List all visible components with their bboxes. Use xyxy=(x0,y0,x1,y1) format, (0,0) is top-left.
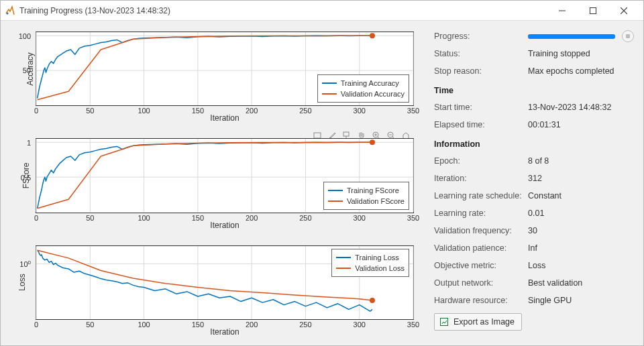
svg-rect-13 xyxy=(314,133,321,138)
xtick-label: 300 xyxy=(354,321,366,329)
export-label: Export as Image xyxy=(453,317,515,327)
xtick-label: 100 xyxy=(138,107,150,115)
xtick-label: 300 xyxy=(354,214,366,222)
xtick-label: 250 xyxy=(299,214,311,222)
xtick-label: 300 xyxy=(354,107,366,115)
hw-label: Hardware resource: xyxy=(434,296,528,305)
svg-rect-14 xyxy=(343,132,349,136)
lrs-value: Constant xyxy=(528,191,634,200)
legend-item[interactable]: Validation FScore xyxy=(328,196,405,207)
stopreason-row: Stop reason: Max epochs completed xyxy=(434,62,634,80)
progress-fill xyxy=(528,34,615,39)
status-row: Status: Training stopped xyxy=(434,45,634,62)
legend-item[interactable]: Training Loss xyxy=(336,252,405,263)
charts-column: Accuracy Iteration Training AccuracyVali… xyxy=(1,21,430,345)
starttime-row: Start time: 13-Nov-2023 14:48:32 xyxy=(434,99,634,116)
xtick-label: 150 xyxy=(192,321,204,329)
xtick-label: 0 xyxy=(34,321,38,329)
svg-point-12 xyxy=(370,33,375,38)
xtick-label: 150 xyxy=(192,214,204,222)
om-value: Loss xyxy=(528,261,634,270)
xtick-label: 200 xyxy=(246,321,258,329)
xtick-label: 150 xyxy=(192,107,204,115)
svg-point-27 xyxy=(370,140,375,146)
fscore-chart-panel: FScore Iteration Training FScoreValidati… xyxy=(2,130,426,234)
loss-axes[interactable]: Loss Iteration Training LossValidation L… xyxy=(36,245,414,320)
epoch-value: 8 of 8 xyxy=(528,156,634,166)
export-icon xyxy=(439,316,449,327)
legend-swatch xyxy=(336,268,351,269)
close-button[interactable] xyxy=(608,1,639,21)
stop-button[interactable] xyxy=(622,30,634,42)
legend-item[interactable]: Validation Loss xyxy=(336,263,405,274)
elapsed-row: Elapsed time: 00:01:31 xyxy=(434,116,634,133)
legend-swatch xyxy=(328,200,343,202)
status-label: Status: xyxy=(434,49,528,58)
vf-label: Validation frequency: xyxy=(434,226,528,235)
on-label: Output network: xyxy=(434,278,528,288)
xtick-label: 200 xyxy=(246,107,258,115)
iteration-value: 312 xyxy=(528,174,634,183)
xtick-label: 350 xyxy=(407,107,419,115)
vp-label: Validation patience: xyxy=(434,243,528,253)
loss-chart-panel: Loss Iteration Training LossValidation L… xyxy=(2,237,426,341)
elapsed-value: 00:01:31 xyxy=(528,120,634,129)
legend-label: Training Accuracy xyxy=(341,78,399,89)
lrs-label: Learning rate schedule: xyxy=(434,191,528,200)
titlebar[interactable]: Training Progress (13-Nov-2023 14:48:32) xyxy=(1,1,643,21)
xtick-label: 0 xyxy=(34,107,38,115)
stopreason-value: Max epochs completed xyxy=(528,66,634,76)
export-image-button[interactable]: Export as Image xyxy=(434,313,522,331)
legend-swatch xyxy=(322,93,337,95)
ytick-label: 1 xyxy=(27,139,31,147)
loss-xlabel: Iteration xyxy=(210,327,239,337)
xtick-label: 350 xyxy=(407,214,419,222)
xtick-label: 50 xyxy=(86,107,94,115)
xtick-label: 350 xyxy=(407,321,419,329)
legend-item[interactable]: Training FScore xyxy=(328,185,405,196)
loss-legend[interactable]: Training LossValidation Loss xyxy=(331,249,409,277)
loss-ylabel: Loss xyxy=(17,274,27,291)
legend-swatch xyxy=(328,190,343,191)
xtick-label: 250 xyxy=(299,107,311,115)
fscore-legend[interactable]: Training FScoreValidation FScore xyxy=(323,182,409,210)
minimize-button[interactable] xyxy=(547,1,578,21)
fscore-xlabel: Iteration xyxy=(210,221,239,230)
vp-value: Inf xyxy=(528,243,634,253)
accuracy-legend[interactable]: Training AccuracyValidation Accuracy xyxy=(317,74,409,103)
lr-value: 0.01 xyxy=(528,209,634,218)
info-panel: Progress: Status: Training stopped Stop … xyxy=(430,21,643,345)
starttime-value: 13-Nov-2023 14:48:32 xyxy=(528,103,634,112)
progress-row: Progress: xyxy=(434,27,634,45)
svg-point-0 xyxy=(7,12,9,14)
accuracy-xlabel: Iteration xyxy=(210,113,239,123)
stopreason-label: Stop reason: xyxy=(434,66,528,76)
legend-label: Validation Accuracy xyxy=(341,89,405,99)
legend-label: Validation Loss xyxy=(355,263,405,274)
iteration-label: Iteration: xyxy=(434,174,528,183)
lr-label: Learning rate: xyxy=(434,209,528,218)
matlab-icon xyxy=(5,5,15,16)
xtick-label: 0 xyxy=(34,214,38,222)
starttime-label: Start time: xyxy=(434,103,528,112)
maximize-button[interactable] xyxy=(578,1,608,21)
svg-rect-38 xyxy=(441,319,448,326)
app-window: Training Progress (13-Nov-2023 14:48:32)… xyxy=(0,0,644,346)
xtick-label: 200 xyxy=(246,214,258,222)
status-value: Training stopped xyxy=(528,49,634,58)
legend-item[interactable]: Training Accuracy xyxy=(322,78,405,89)
legend-item[interactable]: Validation Accuracy xyxy=(322,89,405,99)
progress-bar xyxy=(528,34,615,39)
accuracy-chart-panel: Accuracy Iteration Training AccuracyVali… xyxy=(2,23,426,127)
xtick-label: 50 xyxy=(86,214,94,222)
legend-label: Validation FScore xyxy=(347,196,405,207)
legend-label: Training Loss xyxy=(355,252,399,263)
accuracy-axes[interactable]: Accuracy Iteration Training AccuracyVali… xyxy=(36,32,414,106)
on-value: Best validation xyxy=(528,278,634,288)
fscore-axes[interactable]: FScore Iteration Training FScoreValidati… xyxy=(36,138,414,213)
time-header: Time xyxy=(434,82,634,99)
svg-rect-1 xyxy=(590,7,596,13)
svg-point-37 xyxy=(370,298,375,303)
epoch-label: Epoch: xyxy=(434,156,528,166)
ytick-label: 50 xyxy=(23,66,31,74)
